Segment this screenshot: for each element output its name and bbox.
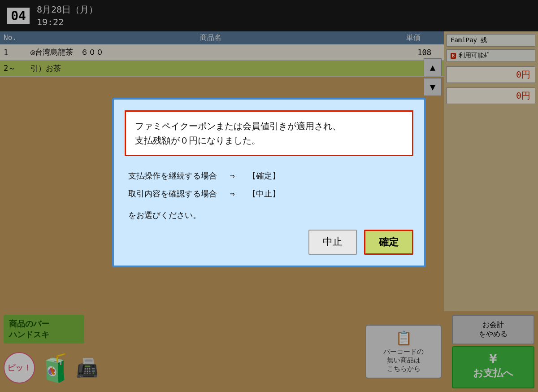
dialog-overlay: ファミペイクーポンまたは会員値引きが適用され、 支払残額が０円になりました。 支… [0, 0, 538, 392]
dialog-footer-text: をお選びください。 [125, 210, 413, 221]
dialog-message-box: ファミペイクーポンまたは会員値引きが適用され、 支払残額が０円になりました。 [125, 110, 413, 156]
instruction2: 取引内容を確認する場合 ⇒ 【中止】 [128, 185, 413, 203]
instruction1-action: 【確定】 [248, 171, 280, 180]
dialog-instructions: 支払操作を継続する場合 ⇒ 【確定】 取引内容を確認する場合 ⇒ 【中止】 [125, 167, 413, 202]
instruction1-label: 支払操作を継続する場合 [128, 171, 217, 180]
instruction1-arrow: ⇒ [230, 171, 235, 180]
instruction2-arrow: ⇒ [230, 189, 235, 198]
dialog: ファミペイクーポンまたは会員値引きが適用され、 支払残額が０円になりました。 支… [112, 98, 426, 267]
dialog-buttons: 中止 確定 [125, 230, 413, 255]
dialog-confirm-button[interactable]: 確定 [364, 230, 413, 255]
instruction2-action: 【中止】 [248, 189, 280, 198]
dialog-message-line2: 支払残額が０円になりました。 [135, 133, 403, 148]
dialog-message-line1: ファミペイクーポンまたは会員値引きが適用され、 [135, 119, 403, 133]
dialog-cancel-button[interactable]: 中止 [308, 230, 357, 255]
instruction1: 支払操作を継続する場合 ⇒ 【確定】 [128, 167, 413, 185]
instruction2-label: 取引内容を確認する場合 [128, 189, 217, 198]
